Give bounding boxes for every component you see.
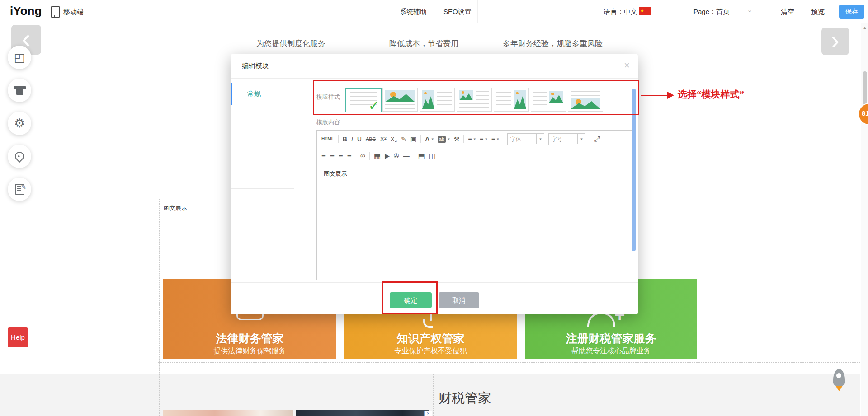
editor-stage: 为您提供制度化服务 降低成本，节省费用 多年财务经验，规避多重风险 图文展示 +… <box>0 0 868 416</box>
sidebar-item-settings[interactable]: ⚙ <box>8 112 31 135</box>
superscript-button[interactable]: X² <box>380 136 387 142</box>
back-to-top-rocket-icon[interactable] <box>833 369 845 392</box>
preview-button[interactable]: 预览 <box>811 8 825 16</box>
content-photo <box>163 410 293 416</box>
align-left-button[interactable]: ≡ <box>321 152 326 159</box>
cancel-button[interactable]: 取消 <box>439 292 479 308</box>
find-replace-icon[interactable]: ◫ <box>429 152 436 159</box>
language-selector[interactable]: 语言：中文 <box>604 8 637 16</box>
align-center-button[interactable]: ≡ <box>330 152 335 159</box>
template-style-option-text[interactable]: ✓ <box>345 88 382 112</box>
html-source-button[interactable]: HTML <box>321 137 334 141</box>
scroll-up-icon[interactable]: ▲ <box>861 25 868 30</box>
strikethrough-button[interactable]: ABC <box>366 137 376 142</box>
paste-icon[interactable]: ▣ <box>410 136 416 142</box>
caret-down-icon[interactable]: ▾ <box>497 137 499 141</box>
text-lines-art <box>476 91 489 100</box>
card-title: 知识产权管家 <box>344 331 517 346</box>
caret-down-icon[interactable]: ▾ <box>485 137 487 141</box>
divider <box>356 152 356 160</box>
italic-button[interactable]: I <box>351 136 353 142</box>
card-subtitle: 专业保护产权不受侵犯 <box>344 346 517 356</box>
template-style-option-image-bottom[interactable] <box>568 88 603 112</box>
insert-table-icon[interactable]: ▤ <box>418 152 425 159</box>
dialog-scrollbar-thumb[interactable] <box>632 89 636 251</box>
link-icon[interactable]: ∞ <box>360 152 365 159</box>
caret-down-icon[interactable]: ▾ <box>448 137 450 141</box>
caret-down-icon[interactable]: ▾ <box>473 137 476 141</box>
section-guide <box>158 362 860 363</box>
highlight-color-button[interactable]: ab <box>438 136 446 143</box>
font-family-select[interactable]: 字体 ▾ <box>507 133 544 145</box>
page-selector[interactable]: Page：首页 <box>693 8 730 16</box>
line-height-button[interactable]: ≡ <box>468 136 472 142</box>
font-size-select[interactable]: 字号 ▾ <box>548 133 585 145</box>
feature-text: 降低成本，节省费用 <box>389 38 458 49</box>
template-style-option-image-top[interactable] <box>382 88 418 112</box>
sidebar-item-forms[interactable]: ✎ <box>8 178 31 201</box>
rocket-flame <box>835 386 843 391</box>
editor-content-area[interactable]: 图文展示 <box>317 164 632 275</box>
app-logo: iYong <box>10 4 42 18</box>
sidebar-item-location[interactable] <box>8 145 31 168</box>
clear-button[interactable]: 清空 <box>781 8 794 16</box>
page-scrollbar-thumb[interactable] <box>863 71 867 108</box>
seo-settings-menu[interactable]: SEO设置 <box>443 8 472 16</box>
close-icon[interactable]: × <box>624 60 630 71</box>
edit-module-dialog: 编辑模块 × 常规 模版样式 ✓ <box>231 54 638 314</box>
divider <box>391 0 391 23</box>
confirm-button[interactable]: 确定 <box>390 292 432 308</box>
template-style-option-image-right-tall[interactable] <box>494 88 529 112</box>
format-brush-icon[interactable]: ⚒ <box>454 136 460 142</box>
module-label: 图文展示 <box>164 204 187 212</box>
umbrella-handle-icon <box>423 319 433 328</box>
caret-down-icon[interactable]: ▾ <box>431 137 434 141</box>
bold-button[interactable]: B <box>343 136 347 142</box>
underline-button[interactable]: U <box>357 136 362 142</box>
horizontal-rule-button[interactable]: — <box>403 153 410 159</box>
align-right-button[interactable]: ≡ <box>339 152 343 159</box>
divider <box>503 135 503 143</box>
font-color-button[interactable]: A <box>425 136 429 142</box>
insert-image-icon[interactable]: ▦ <box>374 152 381 159</box>
divider <box>420 135 421 143</box>
card-subtitle: 提供法律财务保驾服务 <box>163 346 336 356</box>
template-style-option-image-right[interactable] <box>531 88 566 112</box>
section-guide <box>0 374 860 374</box>
rocket-window <box>836 373 841 378</box>
indent-button[interactable]: ≡ <box>491 136 495 142</box>
paragraph-spacing-button[interactable]: ≡ <box>480 136 483 142</box>
rich-text-editor: HTML B I U ABC X² X₂ ✎ ▣ A ▾ ab ▾ ⚒ ≡ ▾ … <box>316 130 632 280</box>
subscript-button[interactable]: X₂ <box>391 136 397 142</box>
format-eraser-icon[interactable]: ✎ <box>401 136 406 142</box>
device-mode-toggle[interactable]: 移动端 <box>63 8 84 16</box>
font-size-placeholder: 字号 <box>549 136 577 143</box>
chevron-down-icon[interactable]: ⌄ <box>747 6 753 14</box>
insert-video-icon[interactable]: ▶ <box>385 153 390 159</box>
sidebar-item-theme[interactable] <box>8 79 31 102</box>
fullscreen-icon[interactable]: ⤢ <box>594 136 600 143</box>
thumb-art <box>571 98 600 109</box>
thumb-art <box>459 90 473 100</box>
section-guide <box>159 199 160 416</box>
next-slide-button[interactable]: › <box>821 28 849 55</box>
notification-badge[interactable]: 81 <box>858 103 868 125</box>
template-style-option-image-left-tall[interactable] <box>420 88 455 112</box>
system-help-menu[interactable]: 系统辅助 <box>400 8 427 16</box>
template-style-option-image-left[interactable] <box>457 88 492 112</box>
dialog-title: 编辑模块 <box>242 62 269 70</box>
attachment-icon[interactable]: ✇ <box>394 153 399 159</box>
annotation-text: 选择“模块样式” <box>678 88 744 101</box>
save-button[interactable]: 保存 <box>839 5 864 19</box>
tab-general[interactable]: 常规 <box>231 83 309 105</box>
divider <box>590 135 590 143</box>
sidebar-item-modules[interactable]: ◰ <box>8 46 31 69</box>
page-scrollbar[interactable]: ▲ <box>861 23 868 416</box>
align-justify-button[interactable]: ≡ <box>347 152 352 159</box>
dialog-footer-divider <box>231 282 638 283</box>
thumb-art <box>549 91 563 103</box>
module-delete-marker[interactable]: ✕ <box>424 411 432 416</box>
help-button[interactable]: Help <box>8 327 28 347</box>
text-lines-art <box>385 104 415 109</box>
divider <box>463 135 464 143</box>
